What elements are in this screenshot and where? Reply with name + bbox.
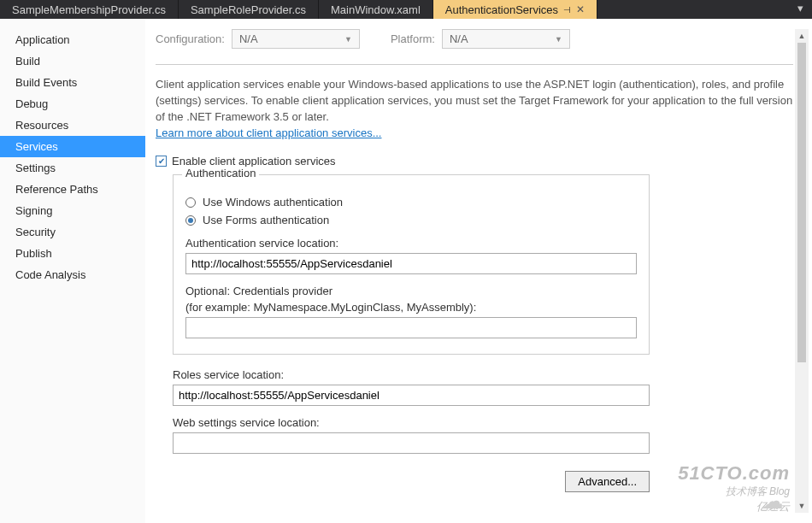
tab-authentication-services[interactable]: AuthenticationServices ⊣ ✕ [433, 0, 597, 19]
divider [156, 64, 793, 65]
tab-mainwindow[interactable]: MainWindow.xaml [319, 0, 433, 19]
scroll-thumb[interactable] [797, 43, 806, 362]
enable-services-label: Enable client application services [172, 155, 336, 167]
watermark-line1: 51CTO.com [678, 462, 790, 485]
tab-sample-membership[interactable]: SampleMembershipProvider.cs [0, 0, 179, 19]
tab-overflow-dropdown[interactable]: ▾ [789, 0, 812, 19]
sidebar-item-resources[interactable]: Resources [0, 115, 145, 136]
intro-text: Client application services enable your … [156, 77, 793, 141]
tab-label: SampleRoleProvider.cs [191, 3, 306, 16]
sidebar-item-debug[interactable]: Debug [0, 93, 145, 115]
sidebar-item-settings[interactable]: Settings [0, 157, 145, 179]
close-icon[interactable]: ✕ [576, 3, 585, 15]
sidebar-item-publish[interactable]: Publish [0, 243, 145, 264]
tab-sample-role[interactable]: SampleRoleProvider.cs [179, 0, 319, 19]
watermark: 51CTO.com 技术博客 Blog ☁ 亿速云 [678, 462, 790, 514]
roles-service-location-label: Roles service location: [173, 368, 650, 381]
tab-label: MainWindow.xaml [331, 3, 421, 16]
sidebar-item-signing[interactable]: Signing [0, 200, 145, 221]
scroll-track[interactable] [795, 43, 809, 499]
radio-forms-auth[interactable] [185, 215, 196, 226]
properties-main-panel: Configuration: N/A ▼ Platform: N/A ▼ Cli… [145, 19, 812, 523]
dropdown-value: N/A [239, 32, 258, 45]
dropdown-value: N/A [450, 32, 468, 45]
tab-label: AuthenticationServices [445, 3, 558, 16]
cloud-icon: ☁ [761, 488, 783, 514]
windows-auth-label: Use Windows authentication [203, 196, 343, 209]
configuration-dropdown[interactable]: N/A ▼ [232, 29, 360, 49]
sidebar-item-code-analysis[interactable]: Code Analysis [0, 264, 145, 285]
tab-label: SampleMembershipProvider.cs [12, 3, 166, 16]
scroll-down-icon[interactable]: ▼ [795, 499, 809, 513]
credentials-provider-input[interactable] [185, 317, 637, 338]
sidebar-item-security[interactable]: Security [0, 221, 145, 243]
radio-windows-auth[interactable] [185, 197, 196, 208]
intro-body: Client application services enable your … [156, 78, 792, 123]
auth-service-location-input[interactable] [185, 253, 637, 274]
chevron-down-icon: ▼ [555, 35, 562, 44]
web-settings-location-label: Web settings service location: [173, 416, 650, 429]
credentials-provider-label2: (for example: MyNamespace.MyLoginClass, … [185, 301, 637, 314]
enable-services-checkbox[interactable] [156, 156, 167, 167]
web-settings-location-input[interactable] [173, 432, 650, 454]
roles-service-location-input[interactable] [173, 385, 650, 406]
project-properties-sidebar: Application Build Build Events Debug Res… [0, 19, 145, 523]
sidebar-item-build[interactable]: Build [0, 50, 145, 72]
sidebar-item-reference-paths[interactable]: Reference Paths [0, 179, 145, 200]
platform-label: Platform: [391, 32, 435, 45]
tab-strip: SampleMembershipProvider.cs SampleRolePr… [0, 0, 812, 19]
authentication-groupbox: Authentication Use Windows authenticatio… [173, 174, 650, 355]
credentials-provider-label1: Optional: Credentials provider [185, 285, 637, 297]
sidebar-item-application[interactable]: Application [0, 29, 145, 50]
platform-dropdown[interactable]: N/A ▼ [442, 29, 570, 49]
auth-service-location-label: Authentication service location: [185, 237, 637, 250]
scroll-up-icon[interactable]: ▲ [795, 29, 809, 43]
sidebar-item-services[interactable]: Services [0, 136, 145, 157]
advanced-button[interactable]: Advanced... [565, 471, 650, 492]
forms-auth-label: Use Forms authentication [203, 214, 329, 226]
configuration-label: Configuration: [156, 32, 225, 45]
vertical-scrollbar[interactable]: ▲ ▼ [795, 29, 809, 513]
chevron-down-icon: ▼ [344, 35, 352, 44]
pin-icon[interactable]: ⊣ [563, 5, 571, 15]
authentication-legend: Authentication [182, 167, 259, 179]
learn-more-link[interactable]: Learn more about client application serv… [156, 126, 381, 139]
sidebar-item-build-events[interactable]: Build Events [0, 72, 145, 93]
